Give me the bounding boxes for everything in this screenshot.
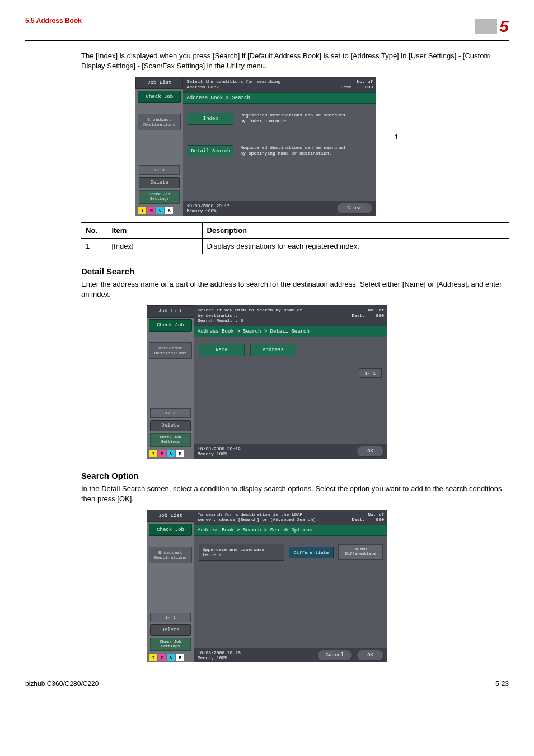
screen2-memory: Memory 100% bbox=[198, 451, 241, 456]
check-job-settings-button[interactable]: Check Job Settings bbox=[139, 190, 180, 203]
left-pager: 1/ 1 bbox=[139, 165, 180, 175]
toner-c-icon: C bbox=[156, 207, 164, 214]
broadcast-dest-button[interactable]: Broadcast Destinations bbox=[138, 114, 181, 130]
check-job-settings-button[interactable]: Check Job Settings bbox=[150, 433, 191, 446]
screen3-breadcrumb: Address Book > Search > Search Options bbox=[194, 525, 387, 536]
toner-y-icon: Y bbox=[149, 654, 157, 661]
screen2-datetime: 10/08/2008 20:19 bbox=[198, 446, 241, 451]
nodest-count: 000 bbox=[376, 517, 384, 522]
toner-m-icon: M bbox=[147, 207, 155, 214]
toner-y-icon: Y bbox=[138, 207, 146, 214]
toner-y-icon: Y bbox=[149, 450, 157, 457]
chapter-number: 5 bbox=[475, 17, 509, 36]
name-button[interactable]: Name bbox=[199, 344, 245, 356]
td-no: 1 bbox=[81, 238, 107, 254]
check-job-button[interactable]: Check Job bbox=[138, 91, 181, 103]
delete-button[interactable]: Delete bbox=[150, 624, 191, 636]
case-option-label: Uppercase and Lowercase Letters bbox=[199, 544, 284, 561]
td-desc: Displays destinations for each registere… bbox=[202, 238, 509, 254]
chapter-digit: 5 bbox=[499, 17, 509, 36]
close-button[interactable]: Close bbox=[336, 203, 373, 214]
detail-search-para: Enter the address name or a part of the … bbox=[81, 279, 509, 300]
toner-c-icon: C bbox=[167, 450, 175, 457]
screen3-datetime: 10/08/2008 20:20 bbox=[198, 650, 241, 655]
device-screen-1: Job List Check Job Broadcast Destination… bbox=[135, 77, 376, 215]
toner-indicators: Y M C K bbox=[147, 448, 194, 459]
page-number: 5-23 bbox=[495, 680, 509, 688]
screen1-header-msg: Select the conditions for searching Addr… bbox=[186, 79, 280, 90]
screen1-breadcrumb: Address Book > Search bbox=[183, 92, 376, 104]
screen1-memory: Memory 100% bbox=[186, 208, 229, 213]
callout-1: 1 bbox=[378, 133, 398, 141]
broadcast-dest-button[interactable]: Broadcast Destinations bbox=[149, 342, 192, 359]
section-id: 5.5 Address Book bbox=[25, 17, 82, 25]
toner-m-icon: M bbox=[158, 654, 166, 661]
toner-indicators: Y M C K bbox=[135, 205, 183, 216]
intro-paragraph-1: The [Index] is displayed when you press … bbox=[81, 51, 509, 71]
detail-search-heading: Detail Search bbox=[81, 267, 509, 276]
screen2-breadcrumb: Address Book > Search > Detail Search bbox=[194, 326, 387, 337]
th-item: Item bbox=[107, 222, 202, 238]
index-help-text: Registered destinations can be searched … bbox=[240, 113, 345, 124]
toner-c-icon: C bbox=[167, 654, 175, 661]
do-not-differentiate-button[interactable]: Do Not Differentiate bbox=[338, 544, 383, 559]
detail-help-text: Registered destinations can be searched … bbox=[240, 145, 345, 156]
toner-k-icon: K bbox=[176, 450, 184, 457]
device-screen-3: Job List Check Job Broadcast Destination… bbox=[147, 510, 387, 662]
delete-button[interactable]: Delete bbox=[150, 420, 191, 431]
differentiate-button[interactable]: Differentiate bbox=[289, 547, 334, 558]
td-item: [Index] bbox=[107, 238, 202, 254]
screen2-header-msg: Select if you wish to search by name or … bbox=[198, 307, 302, 324]
left-pager: 1/ 1 bbox=[150, 408, 191, 418]
job-list-tab[interactable]: Job List bbox=[147, 510, 194, 522]
broadcast-dest-button[interactable]: Broadcast Destinations bbox=[149, 547, 192, 563]
cancel-button[interactable]: Cancel bbox=[317, 650, 352, 661]
chapter-bar bbox=[475, 19, 497, 34]
check-job-button[interactable]: Check Job bbox=[149, 319, 192, 332]
table-row: 1 [Index] Displays destinations for each… bbox=[81, 238, 509, 254]
model-name: bizhub C360/C280/C220 bbox=[25, 680, 99, 688]
right-pager: 1/ 1 bbox=[359, 368, 382, 378]
toner-indicators: Y M C K bbox=[147, 652, 194, 662]
ok-button[interactable]: OK bbox=[357, 446, 384, 457]
nodest-count: 000 bbox=[365, 85, 373, 90]
nodest-count: 000 bbox=[376, 313, 384, 318]
callout-table: No. Item Description 1 [Index] Displays … bbox=[81, 222, 509, 254]
device-screen-2: Job List Check Job Broadcast Destination… bbox=[147, 305, 387, 458]
toner-k-icon: K bbox=[165, 207, 173, 214]
toner-m-icon: M bbox=[158, 450, 166, 457]
left-pager: 1/ 1 bbox=[150, 613, 191, 622]
search-option-heading: Search Option bbox=[81, 471, 509, 480]
th-no: No. bbox=[81, 222, 107, 238]
index-button[interactable]: Index bbox=[188, 113, 233, 125]
screen1-datetime: 10/08/2008 20:17 bbox=[186, 203, 229, 208]
search-option-para: In the Detail Search screen, select a co… bbox=[81, 484, 509, 504]
header-rule bbox=[25, 40, 509, 41]
ok-button[interactable]: OK bbox=[357, 650, 384, 661]
detail-search-button[interactable]: Detail Search bbox=[188, 145, 233, 157]
screen3-header-msg: To search for a destination in the LDAP … bbox=[198, 512, 318, 522]
toner-k-icon: K bbox=[176, 654, 184, 661]
screen3-memory: Memory 100% bbox=[198, 655, 241, 660]
job-list-tab[interactable]: Job List bbox=[147, 305, 194, 318]
job-list-tab[interactable]: Job List bbox=[135, 77, 183, 89]
delete-button[interactable]: Delete bbox=[139, 177, 180, 188]
page-footer: bizhub C360/C280/C220 5-23 bbox=[25, 676, 509, 688]
check-job-settings-button[interactable]: Check Job Settings bbox=[150, 638, 191, 651]
th-desc: Description bbox=[202, 222, 509, 238]
address-button[interactable]: Address bbox=[250, 344, 296, 356]
check-job-button[interactable]: Check Job bbox=[149, 524, 192, 536]
